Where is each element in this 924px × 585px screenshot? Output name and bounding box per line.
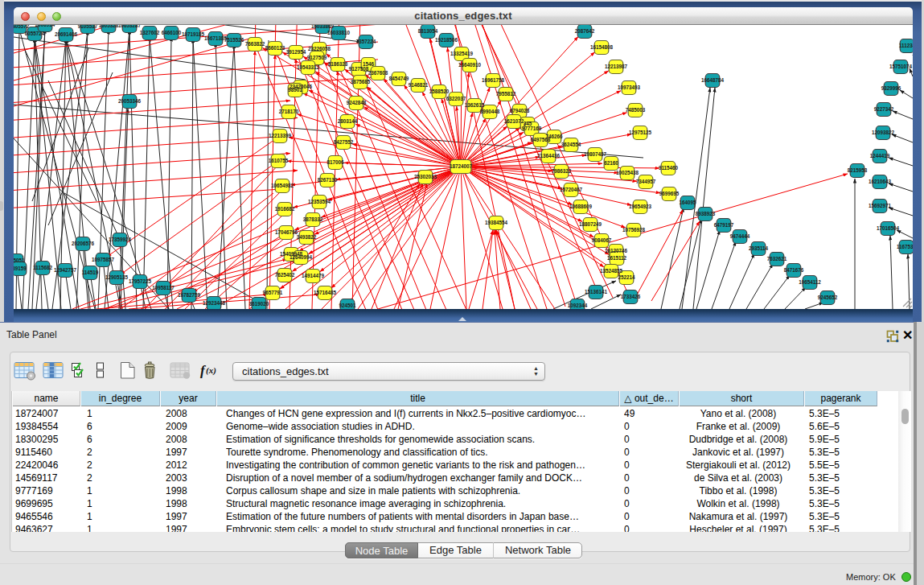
svg-text:19654923: 19654923 <box>629 204 652 209</box>
svg-text:7986322: 7986322 <box>552 168 572 174</box>
svg-text:8990448: 8990448 <box>480 109 500 114</box>
svg-text:16648784: 16648784 <box>701 77 725 83</box>
svg-text:3875685: 3875685 <box>351 79 371 84</box>
svg-text:1405572: 1405572 <box>14 25 30 29</box>
svg-text:6466100: 6466100 <box>162 30 182 35</box>
svg-text:1610755: 1610755 <box>269 158 289 163</box>
svg-text:835051: 835051 <box>14 257 25 263</box>
svg-text:1092344: 1092344 <box>568 303 588 308</box>
svg-text:8938923: 8938923 <box>696 211 716 216</box>
svg-text:8454749: 8454749 <box>389 76 409 81</box>
svg-text:19218506: 19218506 <box>435 37 458 43</box>
svg-text:16154808: 16154808 <box>590 44 614 50</box>
svg-text:8660123: 8660123 <box>265 45 285 51</box>
svg-text:10958117: 10958117 <box>152 285 175 290</box>
svg-text:1733426: 1733426 <box>621 294 641 299</box>
svg-text:14914479: 14914479 <box>302 273 325 278</box>
svg-text:2367608: 2367608 <box>368 70 388 76</box>
svg-text:9474444: 9474444 <box>730 233 750 239</box>
svg-text:15716485: 15716485 <box>314 290 337 295</box>
svg-text:9146821: 9146821 <box>409 82 429 88</box>
svg-text:10654112: 10654112 <box>799 279 821 285</box>
svg-text:8813054: 8813054 <box>418 28 438 34</box>
svg-text:6794028: 6794028 <box>510 108 530 113</box>
svg-text:12905135: 12905135 <box>105 274 129 280</box>
svg-text:1244419: 1244419 <box>870 153 890 159</box>
svg-text:7663822: 7663822 <box>245 41 265 47</box>
svg-text:7632621: 7632621 <box>767 256 787 262</box>
svg-text:12923448: 12923448 <box>203 300 226 306</box>
svg-text:8619020: 8619020 <box>249 301 269 307</box>
svg-text:23226058: 23226058 <box>308 46 331 51</box>
svg-text:8427552: 8427552 <box>334 139 354 145</box>
svg-text:19384554: 19384554 <box>485 220 508 225</box>
svg-text:6322037: 6322037 <box>446 96 466 101</box>
svg-text:10025438: 10025438 <box>616 170 639 175</box>
svg-text:15692971: 15692971 <box>869 203 892 208</box>
svg-text:10654982: 10654982 <box>271 183 294 188</box>
svg-text:10807487: 10807487 <box>584 151 607 157</box>
svg-text:1327602: 1327602 <box>140 30 160 35</box>
svg-text:9245652: 9245652 <box>818 295 838 300</box>
svg-text:7625402: 7625402 <box>275 272 295 278</box>
svg-text:1605328: 1605328 <box>99 25 119 28</box>
svg-text:3878332: 3878332 <box>303 216 323 222</box>
svg-text:7955812: 7955812 <box>496 91 516 97</box>
svg-text:924501: 924501 <box>339 303 356 308</box>
svg-text:1546: 1546 <box>363 61 375 67</box>
svg-text:8215958: 8215958 <box>848 167 868 173</box>
svg-text:10688609: 10688609 <box>569 204 593 209</box>
svg-text:39159: 39159 <box>14 266 27 271</box>
svg-text:10973493: 10973493 <box>618 84 641 90</box>
svg-text:2087642: 2087642 <box>575 28 595 34</box>
svg-text:10719185: 10719185 <box>182 31 205 37</box>
svg-text:16640910: 16640910 <box>458 62 482 68</box>
svg-text:12353594: 12353594 <box>308 199 331 204</box>
svg-text:10653287: 10653287 <box>118 25 142 28</box>
svg-text:9115460: 9115460 <box>659 165 679 171</box>
svg-text:98901: 98901 <box>288 87 302 93</box>
svg-text:16961758: 16961758 <box>482 77 505 83</box>
svg-text:62160: 62160 <box>604 160 618 166</box>
svg-text:1615112: 1615112 <box>607 255 627 261</box>
svg-text:7485003: 7485003 <box>626 107 646 113</box>
svg-text:16033809: 16033809 <box>311 25 335 29</box>
svg-text:10975857: 10975857 <box>92 257 115 262</box>
svg-text:9777169: 9777169 <box>522 126 542 131</box>
svg-text:16120746: 16120746 <box>605 248 628 253</box>
svg-text:9657791: 9657791 <box>263 290 283 295</box>
svg-text:7515526: 7515526 <box>224 37 244 43</box>
svg-text:12640994: 12640994 <box>290 254 313 260</box>
svg-text:21364436: 21364436 <box>537 153 561 159</box>
svg-text:(x): (x) <box>206 365 216 376</box>
svg-text:3493822: 3493822 <box>297 234 317 240</box>
svg-text:2803144: 2803144 <box>338 118 358 124</box>
svg-text:9127509: 9127509 <box>307 55 327 60</box>
svg-text:3912954: 3912954 <box>286 49 306 55</box>
svg-text:12975125: 12975125 <box>629 130 652 135</box>
svg-text:9127508: 9127508 <box>349 66 369 72</box>
svg-text:17359924: 17359924 <box>109 237 132 242</box>
svg-text:3624554: 3624554 <box>561 142 581 147</box>
svg-text:2006914: 2006914 <box>35 25 55 27</box>
svg-text:20053346: 20053346 <box>118 98 142 104</box>
svg-text:7357224: 7357224 <box>356 39 376 44</box>
svg-text:6497568: 6497568 <box>531 137 551 142</box>
svg-text:15720407: 15720407 <box>560 187 583 192</box>
svg-text:2718170: 2718170 <box>279 109 299 114</box>
svg-text:16210643: 16210643 <box>869 179 892 184</box>
svg-text:252214: 252214 <box>618 274 635 280</box>
svg-text:9084067: 9084067 <box>592 237 612 243</box>
svg-text:7344957: 7344957 <box>636 179 656 184</box>
svg-text:12093822: 12093822 <box>872 130 895 135</box>
svg-text:8471676: 8471676 <box>784 267 804 273</box>
svg-text:1588520: 1588520 <box>429 89 450 94</box>
svg-text:9329996: 9329996 <box>881 85 901 91</box>
svg-text:817006: 817006 <box>326 159 344 165</box>
svg-text:18724007: 18724007 <box>450 163 473 169</box>
svg-text:15751074: 15751074 <box>889 64 913 69</box>
svg-text:17957225: 17957225 <box>129 278 152 284</box>
svg-text:1916682: 1916682 <box>275 206 295 212</box>
svg-text:17016504: 17016504 <box>877 225 900 231</box>
svg-text:13524855: 13524855 <box>600 268 623 274</box>
